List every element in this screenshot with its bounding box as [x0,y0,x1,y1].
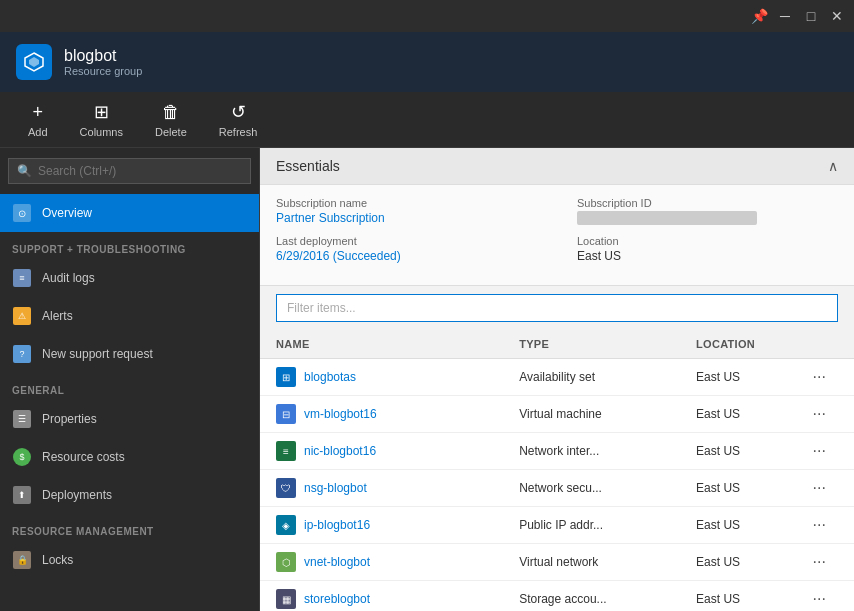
cell-name: ⬡ vnet-blogbot [260,544,503,581]
general-section-label: GENERAL [0,373,259,400]
add-icon: + [33,102,44,123]
new-support-icon: ? [12,344,32,364]
resource-name[interactable]: ip-blogbot16 [304,518,370,532]
cell-name: ▦ storeblogbot [260,581,503,612]
filter-input[interactable] [276,294,838,322]
sidebar-item-locks[interactable]: 🔒 Locks [0,541,259,579]
location-label: Location [577,235,838,247]
audit-logs-icon: ≡ [12,268,32,288]
resource-icon-r7: ▦ [276,589,296,609]
minimize-button[interactable]: ─ [776,7,794,25]
search-box[interactable]: 🔍 [8,158,251,184]
location-value: East US [577,249,838,263]
table-header: NAME TYPE LOCATION [260,330,854,359]
delete-button[interactable]: 🗑 Delete [143,96,199,144]
resource-name[interactable]: storeblogbot [304,592,370,606]
sidebar-item-alerts[interactable]: ⚠ Alerts [0,297,259,335]
main-layout: 🔍 ⊙ Overview SUPPORT + TROUBLESHOOTING ≡… [0,148,854,611]
cell-name: ⊟ vm-blogbot16 [260,396,503,433]
table-body: ⊞ blogbotas Availability set East US ···… [260,359,854,612]
resource-name[interactable]: nsg-blogbot [304,481,367,495]
resource-icon-r2: ⊟ [276,404,296,424]
table-row[interactable]: ≡ nic-blogbot16 Network inter... East US… [260,433,854,470]
last-deployment-value[interactable]: 6/29/2016 (Succeeded) [276,249,537,263]
columns-icon: ⊞ [94,101,109,123]
table-row[interactable]: ⊞ blogbotas Availability set East US ··· [260,359,854,396]
resource-costs-label: Resource costs [42,450,125,464]
pin-button[interactable]: 📌 [750,7,768,25]
subscription-name-field: Subscription name Partner Subscription [276,197,537,225]
overview-icon: ⊙ [12,203,32,223]
more-options-button[interactable]: ··· [807,366,832,387]
add-label: Add [28,126,48,138]
cell-type: Virtual machine [503,396,680,433]
resource-name[interactable]: blogbotas [304,370,356,384]
more-options-button[interactable]: ··· [807,514,832,535]
essentials-title: Essentials [276,158,340,174]
sidebar-item-deployments[interactable]: ⬆ Deployments [0,476,259,514]
close-button[interactable]: ✕ [828,7,846,25]
resource-costs-icon: $ [12,447,32,467]
cell-type: Storage accou... [503,581,680,612]
cell-type: Availability set [503,359,680,396]
title-bar: 📌 ─ □ ✕ [0,0,854,32]
cell-actions: ··· [791,396,854,433]
essentials-body: Subscription name Partner Subscription L… [260,185,854,286]
subscription-id-value-bar [577,211,757,225]
delete-label: Delete [155,126,187,138]
resource-icon-r6: ⬡ [276,552,296,572]
refresh-button[interactable]: ↺ Refresh [207,95,270,144]
add-button[interactable]: + Add [16,96,60,144]
last-deployment-field: Last deployment 6/29/2016 (Succeeded) [276,235,537,263]
essentials-collapse-button[interactable]: ∧ [828,158,838,174]
sidebar: 🔍 ⊙ Overview SUPPORT + TROUBLESHOOTING ≡… [0,148,260,611]
table-row[interactable]: ⬡ vnet-blogbot Virtual network East US ·… [260,544,854,581]
cell-actions: ··· [791,581,854,612]
cell-location: East US [680,581,791,612]
more-options-button[interactable]: ··· [807,440,832,461]
table-row[interactable]: ◈ ip-blogbot16 Public IP addr... East US… [260,507,854,544]
cell-actions: ··· [791,470,854,507]
overview-label: Overview [42,206,92,220]
sidebar-item-properties[interactable]: ☰ Properties [0,400,259,438]
resource-name[interactable]: vm-blogbot16 [304,407,377,421]
table-row[interactable]: ⊟ vm-blogbot16 Virtual machine East US ·… [260,396,854,433]
essentials-col-left: Subscription name Partner Subscription L… [276,197,537,273]
maximize-button[interactable]: □ [802,7,820,25]
cell-name: ⊞ blogbotas [260,359,503,396]
more-options-button[interactable]: ··· [807,403,832,424]
cell-type: Network inter... [503,433,680,470]
cell-type: Network secu... [503,470,680,507]
delete-icon: 🗑 [162,102,180,123]
sidebar-item-overview[interactable]: ⊙ Overview [0,194,259,232]
more-options-button[interactable]: ··· [807,551,832,572]
sidebar-item-audit-logs[interactable]: ≡ Audit logs [0,259,259,297]
refresh-icon: ↺ [231,101,246,123]
subscription-name-label: Subscription name [276,197,537,209]
locks-label: Locks [42,553,73,567]
cell-actions: ··· [791,433,854,470]
sidebar-item-resource-costs[interactable]: $ Resource costs [0,438,259,476]
column-header-actions [791,330,854,359]
search-input[interactable] [38,164,242,178]
locks-icon: 🔒 [12,550,32,570]
columns-button[interactable]: ⊞ Columns [68,95,135,144]
cell-type: Public IP addr... [503,507,680,544]
resource-name[interactable]: nic-blogbot16 [304,444,376,458]
cell-actions: ··· [791,359,854,396]
table-row[interactable]: ▦ storeblogbot Storage accou... East US … [260,581,854,612]
resource-icon-r3: ≡ [276,441,296,461]
resource-icon-r5: ◈ [276,515,296,535]
subscription-name-value[interactable]: Partner Subscription [276,211,537,225]
filter-row [260,286,854,330]
more-options-button[interactable]: ··· [807,477,832,498]
table-row[interactable]: 🛡 nsg-blogbot Network secu... East US ··… [260,470,854,507]
column-header-name: NAME [260,330,503,359]
cell-location: East US [680,359,791,396]
resource-name[interactable]: vnet-blogbot [304,555,370,569]
location-field: Location East US [577,235,838,263]
cell-location: East US [680,507,791,544]
sidebar-item-new-support[interactable]: ? New support request [0,335,259,373]
more-options-button[interactable]: ··· [807,588,832,609]
app-logo [16,44,52,80]
